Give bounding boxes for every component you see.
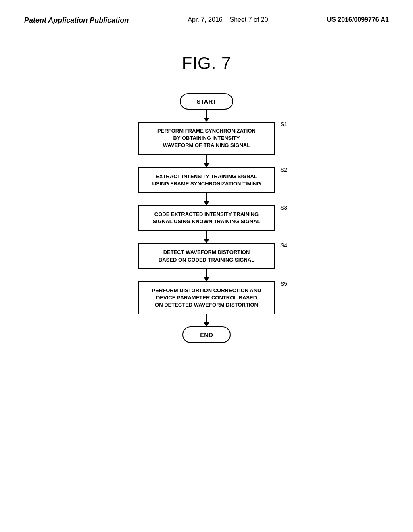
step-s1-container: PERFORM FRAME SYNCHRONIZATIONBY OBTAININ… xyxy=(126,122,287,155)
step-s3-container: CODE EXTRACTED INTENSITY TRAININGSIGNAL … xyxy=(126,205,287,231)
arrow-line xyxy=(206,231,207,239)
sheet: Sheet 7 of 20 xyxy=(229,16,268,23)
arrow-head xyxy=(204,239,209,243)
patent-number: US 2016/0099776 A1 xyxy=(327,16,389,23)
step-s3: CODE EXTRACTED INTENSITY TRAININGSIGNAL … xyxy=(138,205,275,231)
arrow-line xyxy=(206,314,207,322)
end-node: END xyxy=(182,326,231,343)
arrow-head xyxy=(204,201,209,205)
page-header: Patent Application Publication Apr. 7, 2… xyxy=(0,0,413,29)
date-sheet: Apr. 7, 2016 Sheet 7 of 20 xyxy=(188,16,268,23)
arrow-line xyxy=(206,193,207,201)
step-s1-label: ˡS1 xyxy=(280,121,287,127)
step-s4-label: ˡS4 xyxy=(280,242,287,249)
step-s2: EXTRACT INTENSITY TRAINING SIGNALUSING F… xyxy=(138,167,275,193)
arrow-head xyxy=(204,277,209,281)
step-s2-container: EXTRACT INTENSITY TRAINING SIGNALUSING F… xyxy=(126,167,287,193)
step-s3-label: ˡS3 xyxy=(280,204,287,211)
step-s1: PERFORM FRAME SYNCHRONIZATIONBY OBTAININ… xyxy=(138,122,275,155)
step-s5-container: PERFORM DISTORTION CORRECTION ANDDEVICE … xyxy=(126,281,287,315)
arrow-head xyxy=(204,163,209,167)
figure-title: FIG. 7 xyxy=(0,54,413,73)
arrow-s5-end xyxy=(204,314,209,326)
arrow-s4-s5 xyxy=(204,269,209,281)
arrow-line xyxy=(206,269,207,277)
step-s5: PERFORM DISTORTION CORRECTION ANDDEVICE … xyxy=(138,281,275,315)
publication-label: Patent Application Publication xyxy=(24,16,129,25)
arrow-head xyxy=(204,322,209,326)
step-s5-label: ˡS5 xyxy=(280,281,287,287)
arrow-line xyxy=(206,155,207,163)
step-s4-container: DETECT WAVEFORM DISTORTIONBASED ON CODED… xyxy=(126,243,287,269)
flowchart: START PERFORM FRAME SYNCHRONIZATIONBY OB… xyxy=(106,93,307,343)
step-s2-label: ˡS2 xyxy=(280,166,287,173)
arrow-line xyxy=(206,110,207,118)
arrow-head xyxy=(204,118,209,122)
date: Apr. 7, 2016 xyxy=(188,16,222,23)
arrow-s3-s4 xyxy=(204,231,209,243)
step-s4: DETECT WAVEFORM DISTORTIONBASED ON CODED… xyxy=(138,243,275,269)
arrow-start-s1 xyxy=(204,110,209,122)
arrow-s1-s2 xyxy=(204,155,209,167)
start-node: START xyxy=(180,93,234,110)
arrow-s2-s3 xyxy=(204,193,209,205)
